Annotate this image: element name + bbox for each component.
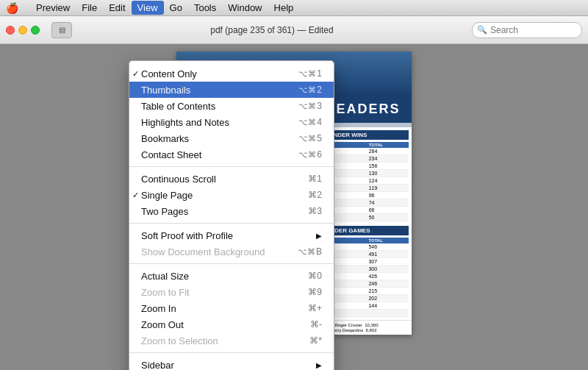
sidebar-toggle-button[interactable]: ▤: [51, 22, 72, 38]
shortcut-label: ⌥⌘3: [298, 101, 322, 111]
menu-file[interactable]: File: [76, 1, 103, 15]
menu-item-single-page[interactable]: ✓ Single Page ⌘2: [129, 187, 334, 203]
view-menu-dropdown: ✓ Content Only ⌥⌘1 Thumbnails ⌥⌘2 Table …: [129, 60, 334, 370]
separator: [129, 166, 334, 167]
menu-item-zoom-in[interactable]: Zoom In ⌘+: [129, 300, 334, 316]
main-content: ⚓ SABRES CAREER LEADERS PLAY TAL Gilber1…: [0, 44, 588, 370]
menu-label: Continuous Scroll: [141, 174, 216, 185]
separator: [129, 223, 334, 224]
menu-label: Zoom Out: [141, 319, 184, 330]
shortcut-label: ⌘-: [310, 319, 322, 330]
col-total: TOTAL: [368, 142, 409, 148]
menu-help[interactable]: Help: [268, 1, 300, 15]
menu-item-actual-size[interactable]: Actual Size ⌘0: [129, 268, 334, 284]
menu-label: Show Document Background: [141, 246, 265, 257]
shortcut-label: ⌘3: [308, 206, 322, 216]
apple-menu[interactable]: 🍎: [6, 2, 18, 14]
menu-section-scroll: Continuous Scroll ⌘1 ✓ Single Page ⌘2 Tw…: [129, 169, 334, 221]
menu-edit[interactable]: Edit: [103, 1, 131, 15]
menu-tools[interactable]: Tools: [188, 1, 222, 15]
menu-bar-items: Preview File Edit View Go Tools Window H…: [30, 1, 299, 15]
col-total2: TOTAL: [367, 238, 409, 243]
close-button[interactable]: [6, 26, 15, 35]
menu-item-bookmarks[interactable]: Bookmarks ⌥⌘5: [129, 130, 334, 146]
menu-section-view-modes: ✓ Content Only ⌥⌘1 Thumbnails ⌥⌘2 Table …: [129, 64, 334, 164]
minimize-button[interactable]: [18, 26, 27, 35]
menu-label: Contact Sheet: [141, 149, 201, 160]
menu-item-continuous-scroll[interactable]: Continuous Scroll ⌘1: [129, 171, 334, 187]
maximize-button[interactable]: [31, 26, 40, 35]
menu-go[interactable]: Go: [164, 1, 188, 15]
checkmark-icon: ✓: [132, 191, 139, 200]
menu-label: Soft Proof with Profile: [141, 230, 233, 241]
menu-item-soft-proof[interactable]: Soft Proof with Profile ▶: [129, 227, 334, 243]
shortcut-label: ⌘9: [308, 287, 322, 297]
menu-section-proof: Soft Proof with Profile ▶ Show Document …: [129, 226, 334, 261]
shortcut-label: ⌥⌘5: [298, 133, 322, 143]
window-title: pdf (page 235 of 361) — Edited: [78, 25, 466, 35]
app-window: ▤ pdf (page 235 of 361) — Edited 🔍 ⚓ SAB…: [0, 16, 588, 370]
menu-view[interactable]: View: [132, 1, 164, 15]
menu-item-two-pages[interactable]: Two Pages ⌘3: [129, 203, 334, 219]
menu-item-sidebar[interactable]: Sidebar ▶: [129, 357, 334, 370]
menu-item-highlights[interactable]: Highlights and Notes ⌥⌘4: [129, 114, 334, 130]
traffic-lights: [6, 26, 40, 35]
menu-label: Zoom to Selection: [141, 335, 218, 346]
shortcut-label: ⌥⌘B: [298, 246, 322, 257]
menu-item-thumbnails[interactable]: Thumbnails ⌥⌘2: [129, 82, 334, 98]
menu-item-show-doc-bg: Show Document Background ⌥⌘B: [129, 243, 334, 260]
shortcut-label: ⌘*: [309, 335, 322, 346]
separator: [129, 263, 334, 264]
menu-section-toolbar: Sidebar ▶ Show Markup Toolbar ⇧⌘A Hide T…: [129, 355, 334, 370]
menu-label: Actual Size: [141, 271, 189, 282]
separator: [129, 352, 334, 353]
search-wrapper: 🔍: [472, 22, 582, 38]
menu-label: Bookmarks: [141, 133, 189, 144]
menu-label: Single Page: [141, 190, 193, 201]
menu-item-content-only[interactable]: ✓ Content Only ⌥⌘1: [129, 65, 334, 82]
menu-label: Table of Contents: [141, 101, 215, 112]
shortcut-label: ⌥⌘1: [298, 68, 322, 79]
menu-label: Two Pages: [141, 206, 188, 217]
shortcut-label: ⌥⌘6: [298, 149, 322, 160]
window-toolbar: ▤ pdf (page 235 of 361) — Edited 🔍: [0, 16, 588, 44]
shortcut-label: ⌘1: [308, 174, 322, 184]
shortcut-label: ⌥⌘2: [298, 85, 322, 95]
submenu-arrow-icon: ▶: [316, 232, 322, 240]
submenu-arrow-icon: ▶: [316, 361, 322, 369]
shortcut-label: ⌘0: [308, 271, 322, 281]
checkmark-icon: ✓: [132, 69, 139, 79]
search-input[interactable]: [472, 22, 582, 38]
menu-item-zoom-selection: Zoom to Selection ⌘*: [129, 332, 334, 349]
menu-label: Content Only: [141, 68, 197, 79]
menu-item-toc[interactable]: Table of Contents ⌥⌘3: [129, 98, 334, 114]
menu-label: Zoom In: [141, 303, 176, 314]
menu-label: Sidebar: [141, 360, 174, 371]
menu-preview[interactable]: Preview: [30, 1, 76, 15]
search-icon: 🔍: [477, 25, 487, 35]
menu-label: Highlights and Notes: [141, 117, 229, 128]
menu-item-zoom-fit: Zoom to Fit ⌘9: [129, 284, 334, 300]
menu-label: Thumbnails: [141, 85, 190, 96]
menu-item-zoom-out[interactable]: Zoom Out ⌘-: [129, 316, 334, 332]
menu-item-contact-sheet[interactable]: Contact Sheet ⌥⌘6: [129, 146, 334, 163]
shortcut-label: ⌘+: [308, 303, 322, 313]
menu-label: Zoom to Fit: [141, 287, 190, 298]
shortcut-label: ⌘2: [308, 190, 322, 200]
shortcut-label: ⌥⌘4: [298, 117, 322, 127]
menu-window[interactable]: Window: [222, 1, 268, 15]
menu-section-zoom: Actual Size ⌘0 Zoom to Fit ⌘9 Zoom In ⌘+…: [129, 266, 334, 350]
menu-bar: 🍎 Preview File Edit View Go Tools Window…: [0, 0, 588, 16]
